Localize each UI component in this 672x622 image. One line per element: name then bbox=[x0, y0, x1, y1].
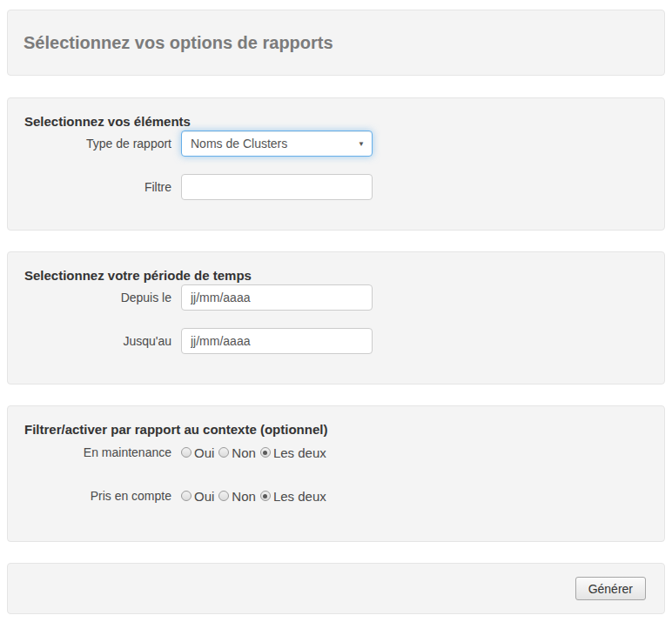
maintenance-label: En maintenance bbox=[24, 445, 171, 459]
report-type-label: Type de rapport bbox=[24, 137, 171, 150]
date-to-input[interactable] bbox=[181, 328, 373, 354]
report-type-select-wrap: Noms de Clusters ▼ bbox=[181, 130, 373, 157]
maintenance-option-oui[interactable]: Oui bbox=[181, 445, 214, 460]
report-type-select[interactable]: Noms de Clusters bbox=[181, 130, 373, 157]
report-type-control: Noms de Clusters ▼ bbox=[181, 130, 373, 157]
accounted-row: Pris en compte Oui Non Les deux bbox=[24, 485, 648, 506]
radio-icon[interactable] bbox=[260, 491, 271, 501]
date-from-row: Depuis le bbox=[24, 284, 648, 311]
date-from-control bbox=[181, 284, 373, 311]
accounted-option-non[interactable]: Non bbox=[218, 489, 256, 504]
page-header: Sélectionnez vos options de rapports bbox=[7, 10, 665, 76]
panel-period-heading: Selectionnez votre période de temps bbox=[24, 268, 648, 283]
radio-icon[interactable] bbox=[181, 491, 192, 501]
footer-bar: Générer bbox=[7, 563, 665, 614]
maintenance-row: En maintenance Oui Non Les deux bbox=[24, 442, 648, 463]
date-from-input[interactable] bbox=[181, 284, 373, 311]
panel-context-heading: Filtrer/activer par rapport au contexte … bbox=[24, 422, 648, 437]
date-to-row: Jusqu'au bbox=[24, 328, 648, 354]
radio-icon[interactable] bbox=[218, 491, 229, 501]
report-type-row: Type de rapport Noms de Clusters ▼ bbox=[24, 130, 648, 157]
accounted-label: Pris en compte bbox=[24, 489, 171, 503]
accounted-radio-group: Oui Non Les deux bbox=[181, 489, 326, 504]
filter-label: Filtre bbox=[24, 180, 171, 194]
date-from-label: Depuis le bbox=[24, 291, 171, 304]
date-to-control bbox=[181, 328, 373, 354]
maintenance-option-les-deux[interactable]: Les deux bbox=[260, 445, 326, 460]
panel-period: Selectionnez votre période de temps Depu… bbox=[7, 251, 665, 385]
generate-button[interactable]: Générer bbox=[575, 577, 646, 600]
filter-control bbox=[181, 174, 373, 200]
report-options-page: Sélectionnez vos options de rapports Sel… bbox=[7, 10, 665, 614]
filter-input[interactable] bbox=[181, 174, 373, 200]
maintenance-radio-group: Oui Non Les deux bbox=[181, 445, 326, 460]
radio-icon[interactable] bbox=[260, 447, 271, 458]
maintenance-option-non[interactable]: Non bbox=[218, 445, 256, 460]
panel-context: Filtrer/activer par rapport au contexte … bbox=[7, 405, 665, 542]
radio-icon[interactable] bbox=[218, 447, 229, 458]
filter-row: Filtre bbox=[24, 174, 648, 200]
accounted-option-oui[interactable]: Oui bbox=[181, 489, 214, 504]
radio-icon[interactable] bbox=[181, 447, 192, 458]
date-to-label: Jusqu'au bbox=[24, 334, 171, 348]
panel-elements: Selectionnez vos éléments Type de rappor… bbox=[7, 97, 665, 231]
accounted-option-les-deux[interactable]: Les deux bbox=[260, 489, 326, 504]
page-title: Sélectionnez vos options de rapports bbox=[24, 33, 333, 53]
panel-elements-heading: Selectionnez vos éléments bbox=[24, 114, 648, 129]
